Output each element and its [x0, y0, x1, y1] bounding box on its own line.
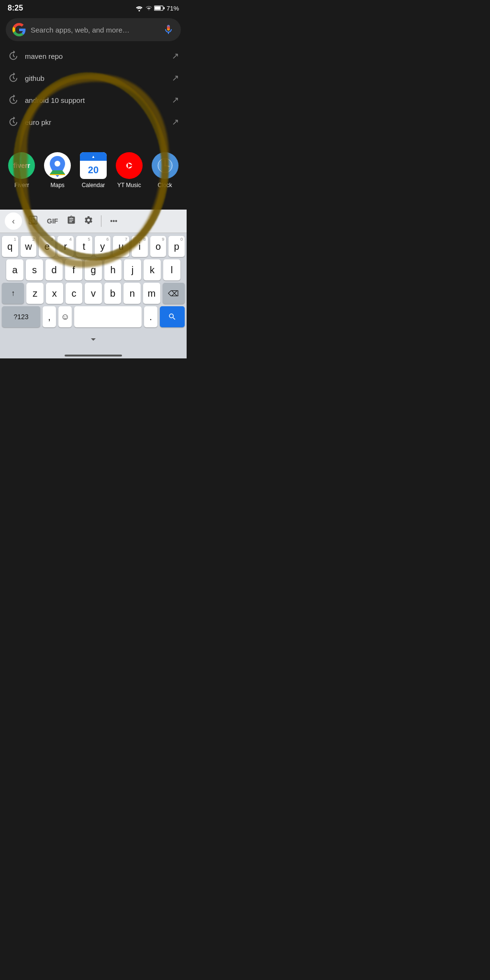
chevron-down-icon: [88, 334, 99, 345]
svg-point-0: [138, 10, 140, 11]
key-symbols[interactable]: ?123: [2, 306, 40, 327]
key-c[interactable]: c: [66, 283, 83, 304]
svg-rect-3: [155, 6, 161, 10]
key-j[interactable]: j: [124, 259, 141, 280]
key-r[interactable]: 4r: [57, 236, 74, 257]
fiverr-icon: fiverr: [8, 152, 35, 179]
suggestion-item[interactable]: maven repo ↗: [0, 45, 187, 67]
key-p[interactable]: 0p: [168, 236, 185, 257]
key-row-4: ?123 , ☺ .: [2, 306, 185, 327]
suggestion-item[interactable]: euro pkr ↗: [0, 111, 187, 133]
key-n[interactable]: n: [123, 283, 141, 304]
key-row-1: 1q 2w 3e 4r 5t 6y 7u 8i 9o 0p: [2, 236, 185, 257]
key-b[interactable]: b: [104, 283, 122, 304]
key-y[interactable]: 6y: [95, 236, 111, 257]
sticker-button[interactable]: [26, 213, 40, 230]
settings-icon: [84, 215, 93, 225]
status-icons: 71%: [135, 5, 179, 12]
key-emoji[interactable]: ☺: [58, 306, 72, 327]
signal-icon: [145, 5, 152, 11]
key-o[interactable]: 9o: [150, 236, 167, 257]
key-comma[interactable]: ,: [43, 306, 56, 327]
home-bar: [65, 355, 122, 356]
key-row-2: a s d f g h j k l: [2, 259, 185, 280]
key-q[interactable]: 1q: [2, 236, 18, 257]
key-g[interactable]: g: [85, 259, 102, 280]
key-shift[interactable]: ↑: [2, 283, 24, 304]
search-icon: [168, 312, 177, 321]
arrow-icon-2: ↗: [172, 73, 179, 83]
status-bar: 8:25 71%: [0, 0, 187, 14]
sticker-icon: [28, 215, 38, 225]
calendar-label: Calendar: [82, 182, 105, 189]
key-x[interactable]: x: [46, 283, 63, 304]
key-u[interactable]: 7u: [113, 236, 129, 257]
key-v[interactable]: v: [85, 283, 102, 304]
key-backspace[interactable]: ⌫: [163, 283, 185, 304]
suggestion-text-1: maven repo: [25, 52, 165, 60]
google-logo: [12, 23, 26, 36]
suggestion-item[interactable]: github ↗: [0, 67, 187, 89]
settings-button[interactable]: [82, 213, 95, 229]
key-l[interactable]: l: [163, 259, 180, 280]
maps-label: Maps: [51, 182, 65, 189]
suggestion-item[interactable]: android 10 support ↗: [0, 89, 187, 111]
mic-icon[interactable]: [163, 24, 174, 35]
key-d[interactable]: d: [45, 259, 63, 280]
history-icon-1: [8, 51, 18, 61]
key-space[interactable]: [74, 306, 142, 327]
key-a[interactable]: a: [6, 259, 23, 280]
app-item-maps[interactable]: Maps: [41, 152, 74, 189]
key-s[interactable]: s: [26, 259, 43, 280]
apps-row: fiverr Fiverr Maps ▲: [0, 143, 187, 196]
home-bar-area: [0, 347, 187, 358]
clock-app-icon: [152, 152, 178, 179]
history-icon-3: [8, 95, 18, 105]
keyboard-back-button[interactable]: ‹: [5, 212, 22, 230]
keyboard-rows: 1q 2w 3e 4r 5t 6y 7u 8i 9o 0p a s d f g …: [0, 233, 187, 332]
wifi-icon: [135, 5, 144, 11]
search-bar[interactable]: Search apps, web, and more…: [6, 18, 181, 41]
maps-icon: [44, 152, 71, 179]
toolbar-divider: [101, 215, 101, 227]
key-period[interactable]: .: [144, 306, 157, 327]
key-w[interactable]: 2w: [21, 236, 37, 257]
suggestion-text-4: euro pkr: [25, 118, 165, 126]
search-placeholder: Search apps, web, and more…: [31, 26, 158, 34]
key-i[interactable]: 8i: [132, 236, 148, 257]
clock-label: Clock: [158, 182, 172, 189]
clipboard-icon: [67, 215, 76, 225]
ytmusic-icon: [116, 152, 143, 179]
history-icon-4: [8, 117, 18, 127]
ytmusic-label: YT Music: [117, 182, 141, 189]
arrow-icon-3: ↗: [172, 95, 179, 105]
more-options-button[interactable]: •••: [107, 215, 120, 227]
battery-icon: [154, 5, 165, 11]
key-e[interactable]: 3e: [39, 236, 55, 257]
key-t[interactable]: 5t: [76, 236, 92, 257]
key-m[interactable]: m: [143, 283, 160, 304]
clipboard-button[interactable]: [65, 213, 78, 229]
arrow-icon-1: ↗: [172, 51, 179, 61]
arrow-icon-4: ↗: [172, 117, 179, 127]
key-search[interactable]: [160, 306, 185, 327]
key-z[interactable]: z: [26, 283, 44, 304]
app-item-fiverr[interactable]: fiverr Fiverr: [5, 152, 38, 189]
keyboard: ‹ GIF ••• 1q 2w 3e: [0, 210, 187, 358]
battery-percent: 71%: [167, 5, 179, 12]
app-item-calendar[interactable]: ▲ 20 Calendar: [77, 152, 110, 189]
status-time: 8:25: [8, 4, 23, 12]
keyboard-hide-area[interactable]: [0, 332, 187, 347]
suggestion-text-3: android 10 support: [25, 96, 165, 104]
fiverr-label: Fiverr: [14, 182, 29, 189]
suggestions-list: maven repo ↗ github ↗ android 10 support…: [0, 45, 187, 133]
gif-button[interactable]: GIF: [44, 215, 61, 227]
key-row-3: ↑ z x c v b n m ⌫: [2, 283, 185, 304]
key-k[interactable]: k: [144, 259, 161, 280]
key-f[interactable]: f: [65, 259, 82, 280]
key-h[interactable]: h: [104, 259, 122, 280]
app-item-ytmusic[interactable]: YT Music: [113, 152, 145, 189]
history-icon-2: [8, 73, 18, 83]
app-item-clock[interactable]: Clock: [149, 152, 181, 189]
suggestion-text-2: github: [25, 74, 165, 82]
